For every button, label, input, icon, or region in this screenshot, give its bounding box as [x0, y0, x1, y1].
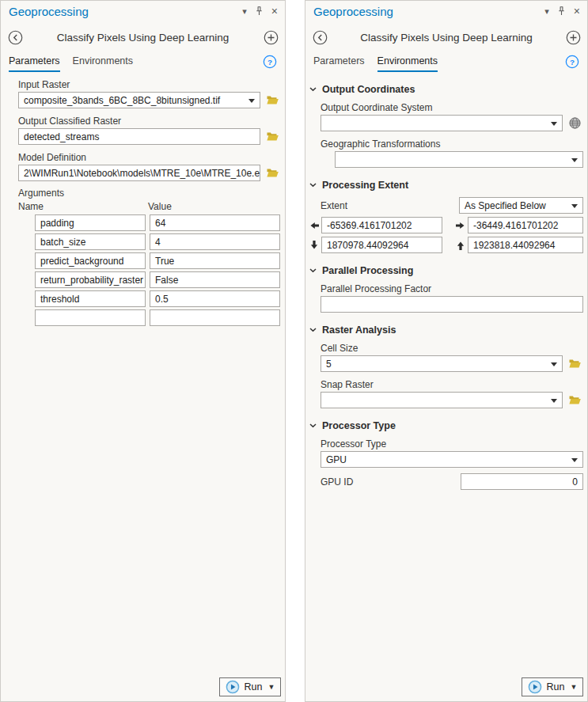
- run-button[interactable]: Run ▼: [522, 677, 583, 696]
- extent-ymax-input[interactable]: 1923818.44092964: [468, 237, 583, 253]
- geoprocessing-pane-environments: Geoprocessing ▾ × Classify Pixels Using …: [305, 0, 588, 702]
- section-processor-type[interactable]: Processor Type: [309, 420, 583, 431]
- extent-xmin-value: -65369.4161701202: [327, 220, 412, 231]
- environments-form: Output Coordinates Output Coordinate Sys…: [305, 84, 587, 490]
- window-controls: ▾ ×: [242, 6, 278, 16]
- argument-value-cell[interactable]: True: [150, 252, 280, 269]
- output-classified-raster-value: detected_streams: [24, 131, 99, 142]
- pane-title-bar: Geoprocessing ▾ ×: [305, 1, 587, 23]
- arrow-left-icon: [309, 222, 319, 230]
- extent-label: Extent: [321, 200, 459, 211]
- argument-value-cell[interactable]: 64: [150, 214, 280, 231]
- section-processing-extent[interactable]: Processing Extent: [309, 180, 583, 191]
- svg-text:?: ?: [570, 58, 575, 66]
- snap-raster-combo[interactable]: [321, 392, 563, 408]
- chevron-down-icon: [309, 183, 317, 188]
- output-coordinate-system-combo[interactable]: [321, 115, 563, 131]
- run-dropdown-caret-icon[interactable]: ▼: [571, 683, 578, 691]
- tool-header: Classify Pixels Using Deep Learning: [7, 29, 279, 45]
- section-title: Parallel Processing: [322, 265, 413, 276]
- argument-value-cell[interactable]: False: [150, 271, 280, 288]
- tab-bar: Parameters Environments ?: [9, 55, 277, 72]
- processor-type-value: GPU: [326, 454, 347, 465]
- section-title: Processing Extent: [322, 180, 408, 191]
- argument-name-cell[interactable]: threshold: [35, 290, 146, 307]
- arrow-right-icon: [456, 222, 465, 230]
- run-button-label: Run: [245, 681, 263, 693]
- browse-folder-icon[interactable]: [567, 356, 583, 371]
- input-raster-label: Input Raster: [18, 79, 281, 90]
- tab-parameters[interactable]: Parameters: [9, 55, 60, 72]
- argument-name-cell[interactable]: return_probability_raster: [35, 271, 146, 288]
- argument-row: threshold 0.5: [35, 290, 281, 307]
- add-to-project-button[interactable]: [263, 29, 279, 45]
- argument-row-empty: [35, 309, 281, 326]
- tab-environments[interactable]: Environments: [377, 55, 438, 72]
- parameters-form: Input Raster composite_3bands_6BC_8BC_8b…: [1, 79, 285, 326]
- parallel-processing-factor-input[interactable]: [321, 296, 583, 313]
- output-classified-raster-input[interactable]: detected_streams: [18, 128, 260, 145]
- globe-icon[interactable]: [567, 116, 583, 131]
- section-raster-analysis[interactable]: Raster Analysis: [309, 324, 583, 336]
- arrow-down-icon: [310, 241, 318, 250]
- geographic-transformations-label: Geographic Transformations: [321, 139, 583, 150]
- input-raster-combo[interactable]: composite_3bands_6BC_8BC_8bitunsigned.ti…: [18, 92, 260, 108]
- pane-title: Geoprocessing: [313, 5, 393, 18]
- section-parallel-processing[interactable]: Parallel Processing: [309, 265, 583, 276]
- argument-name-cell[interactable]: predict_background: [35, 252, 146, 269]
- argument-value-cell[interactable]: 0.5: [150, 290, 280, 307]
- tab-parameters[interactable]: Parameters: [313, 55, 365, 72]
- browse-folder-icon[interactable]: [264, 165, 281, 180]
- close-icon[interactable]: ×: [574, 7, 580, 16]
- argument-value-cell[interactable]: 4: [150, 233, 280, 250]
- run-button-label: Run: [547, 681, 565, 693]
- pin-icon[interactable]: [558, 6, 565, 16]
- browse-folder-icon[interactable]: [264, 93, 281, 108]
- geographic-transformations-combo[interactable]: [335, 151, 583, 168]
- extent-mode-combo[interactable]: As Specified Below: [459, 197, 583, 214]
- extent-y-row: 1870978.44092964 1923818.44092964: [309, 237, 583, 253]
- tab-environments[interactable]: Environments: [73, 55, 133, 72]
- tab-bar: Parameters Environments ?: [313, 55, 579, 72]
- section-title: Raster Analysis: [322, 324, 396, 336]
- pin-icon[interactable]: [256, 6, 263, 16]
- browse-folder-icon[interactable]: [567, 393, 583, 408]
- argument-value-cell[interactable]: [150, 309, 280, 326]
- dock-caret-icon[interactable]: ▾: [242, 7, 247, 16]
- dock-caret-icon[interactable]: ▾: [544, 7, 549, 16]
- gpu-id-input[interactable]: 0: [461, 473, 583, 490]
- cell-size-combo[interactable]: 5: [321, 355, 563, 372]
- section-output-coordinates[interactable]: Output Coordinates: [309, 84, 583, 95]
- back-button[interactable]: [312, 29, 328, 45]
- gpu-id-value: 0: [572, 476, 578, 488]
- input-raster-value: composite_3bands_6BC_8BC_8bitunsigned.ti…: [24, 95, 220, 106]
- argument-name-cell[interactable]: batch_size: [35, 233, 146, 250]
- chevron-down-icon: [309, 328, 317, 332]
- arguments-name-header: Name: [18, 201, 148, 212]
- argument-name-cell[interactable]: [35, 309, 146, 326]
- processor-type-combo[interactable]: GPU: [321, 451, 583, 468]
- browse-folder-icon[interactable]: [264, 129, 281, 144]
- extent-ymin-input[interactable]: 1870978.44092964: [321, 237, 442, 253]
- extent-ymin-value: 1870978.44092964: [327, 240, 408, 251]
- extent-xmax-input[interactable]: -36449.4161701202: [468, 217, 583, 233]
- run-play-icon: [528, 680, 542, 694]
- back-button[interactable]: [7, 29, 23, 45]
- add-to-project-button[interactable]: [565, 29, 581, 45]
- argument-name-cell[interactable]: padding: [35, 214, 146, 231]
- arguments-header-row: Name Value: [18, 201, 281, 212]
- model-definition-input[interactable]: 2\WIMRun1\Notebook\models\MTRE_10e\MTRE_…: [18, 165, 260, 181]
- run-dropdown-caret-icon[interactable]: ▼: [268, 683, 275, 691]
- tool-header: Classify Pixels Using Deep Learning: [312, 29, 581, 45]
- argument-row: padding 64: [35, 214, 281, 231]
- help-icon[interactable]: ?: [263, 55, 277, 69]
- arguments-label: Arguments: [18, 188, 281, 199]
- extent-ymax-value: 1923818.44092964: [473, 240, 555, 251]
- run-button[interactable]: Run ▼: [219, 677, 281, 696]
- chevron-down-icon: [309, 87, 317, 92]
- tool-title: Classify Pixels Using Deep Learning: [23, 32, 263, 44]
- help-icon[interactable]: ?: [565, 55, 579, 69]
- close-icon[interactable]: ×: [271, 7, 278, 16]
- extent-xmin-input[interactable]: -65369.4161701202: [321, 217, 442, 233]
- geoprocessing-pane-parameters: Geoprocessing ▾ × Classify Pixels Using …: [0, 0, 286, 702]
